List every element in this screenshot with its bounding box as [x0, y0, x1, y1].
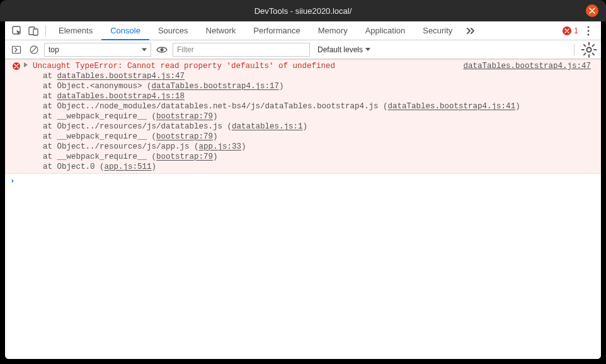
- message-header: Uncaught TypeError: Cannot read property…: [33, 61, 597, 71]
- error-count-number: 1: [574, 26, 578, 35]
- svg-point-4: [588, 30, 590, 31]
- tabs: Elements Console Sources Network Perform…: [50, 21, 481, 40]
- stack-prefix: at __webpack_require__ (: [43, 132, 156, 141]
- separator: [45, 25, 46, 37]
- svg-rect-6: [13, 46, 21, 53]
- tab-sources[interactable]: Sources: [149, 21, 197, 40]
- stack-frame: at __webpack_require__ (bootstrap:79): [33, 132, 597, 142]
- stack-source-link[interactable]: dataTables.bootstrap4.js:47: [57, 72, 185, 81]
- tabs-overflow[interactable]: [461, 21, 481, 40]
- stack-frame: at Object../resources/js/datatables.js (…: [33, 122, 597, 132]
- more-menu[interactable]: [582, 21, 595, 40]
- tab-console[interactable]: Console: [101, 21, 149, 40]
- close-icon: [589, 8, 595, 14]
- stack-frame: at dataTables.bootstrap4.js:47: [33, 71, 597, 81]
- error-source-link[interactable]: dataTables.bootstrap4.js:47: [463, 61, 597, 71]
- log-level-select[interactable]: Default levels: [312, 43, 375, 57]
- stack-source-link[interactable]: datatables.js:1: [232, 122, 303, 131]
- device-icon: [28, 26, 38, 36]
- stack-prefix: at __webpack_require__ (: [43, 112, 156, 121]
- error-icon: [13, 62, 20, 70]
- close-button[interactable]: [586, 4, 598, 17]
- tab-network[interactable]: Network: [197, 21, 245, 40]
- message-gutter: [9, 61, 24, 172]
- clear-console-button[interactable]: [26, 40, 42, 59]
- stack-prefix: at Object../resources/js/datatables.js (: [43, 122, 232, 131]
- log-level-value: Default levels: [317, 45, 363, 54]
- sidebar-icon: [11, 45, 21, 55]
- stack-suffix: ): [303, 122, 308, 131]
- stack-frame: at Object.0 (app.js:511): [33, 162, 597, 172]
- device-toolbar-button[interactable]: [25, 21, 42, 40]
- titlebar: DevTools - siiue2020.local/: [0, 0, 606, 21]
- stack-frame: at dataTables.bootstrap4.js:18: [33, 91, 597, 101]
- stack-source-link[interactable]: dataTables.bootstrap4.js:18: [57, 92, 185, 101]
- clear-icon: [29, 45, 39, 55]
- error-icon: [563, 26, 571, 35]
- tabbar-right: 1: [563, 21, 597, 40]
- stack-prefix: at Object../node_modules/datatables.net-…: [43, 102, 388, 111]
- window-title: DevTools - siiue2020.local/: [254, 6, 352, 16]
- stack-prefix: at __webpack_require__ (: [43, 152, 156, 161]
- stack-frame: at __webpack_require__ (bootstrap:79): [33, 152, 597, 162]
- chevron-double-right-icon: [466, 27, 476, 35]
- stack-frame: at Object../resources/js/app.js (app.js:…: [33, 142, 597, 152]
- console-error-message[interactable]: Uncaught TypeError: Cannot read property…: [5, 59, 601, 174]
- stack-suffix: ): [213, 132, 218, 141]
- svg-rect-2: [33, 29, 38, 35]
- execution-context-value: top: [49, 45, 59, 54]
- svg-point-8: [161, 48, 164, 51]
- stack-source-link[interactable]: app.js:33: [199, 142, 242, 151]
- stack-prefix: at Object.<anonymous> (: [43, 82, 152, 91]
- stack-suffix: ): [152, 162, 157, 171]
- error-count[interactable]: 1: [563, 26, 578, 35]
- eye-icon: [156, 46, 168, 54]
- svg-point-9: [586, 47, 591, 52]
- svg-point-3: [588, 26, 590, 28]
- stack-source-link[interactable]: dataTables.bootstrap4.js:17: [152, 82, 280, 91]
- tab-memory[interactable]: Memory: [309, 21, 357, 40]
- expand-arrow-icon[interactable]: [24, 62, 28, 67]
- stack-source-link[interactable]: bootstrap:79: [156, 112, 213, 121]
- stack-frame: at Object.<anonymous> (dataTables.bootst…: [33, 81, 597, 91]
- stack-frame: at __webpack_require__ (bootstrap:79): [33, 111, 597, 122]
- kebab-icon: [587, 26, 590, 36]
- stack-prefix: at Object.0 (: [43, 162, 105, 171]
- stack-prefix: at: [43, 92, 57, 101]
- inspect-icon: [12, 26, 22, 36]
- console-output: Uncaught TypeError: Cannot read property…: [5, 59, 601, 359]
- stack-source-link[interactable]: bootstrap:79: [156, 132, 213, 141]
- prompt-chevron-icon: ›: [10, 176, 19, 186]
- tabbar-left: [9, 21, 50, 40]
- tab-application[interactable]: Application: [357, 21, 414, 40]
- chevron-down-icon: [365, 48, 370, 51]
- window: DevTools - siiue2020.local/ Elements Con…: [0, 0, 606, 364]
- toggle-drawer-button[interactable]: [9, 40, 24, 59]
- stack-source-link[interactable]: bootstrap:79: [156, 152, 213, 161]
- stack-suffix: ): [279, 82, 284, 91]
- svg-point-5: [588, 33, 590, 35]
- separator: [574, 44, 575, 55]
- stack-trace: at dataTables.bootstrap4.js:47at Object.…: [33, 71, 597, 172]
- tab-security[interactable]: Security: [414, 21, 461, 40]
- filter-input[interactable]: [173, 43, 310, 57]
- tab-performance[interactable]: Performance: [244, 21, 309, 40]
- inspect-element-button[interactable]: [9, 21, 25, 40]
- error-title: Uncaught TypeError: Cannot read property…: [33, 61, 463, 71]
- stack-frame: at Object../node_modules/datatables.net-…: [33, 101, 597, 111]
- tab-elements[interactable]: Elements: [50, 21, 101, 40]
- stack-suffix: ): [241, 142, 246, 151]
- stack-source-link[interactable]: app.js:511: [105, 162, 152, 171]
- gear-icon: [581, 42, 597, 58]
- stack-source-link[interactable]: dataTables.bootstrap4.js:41: [388, 102, 516, 111]
- stack-prefix: at Object../resources/js/app.js (: [43, 142, 199, 151]
- console-prompt[interactable]: ›: [5, 174, 601, 189]
- live-expression-button[interactable]: [154, 46, 170, 54]
- stack-prefix: at: [43, 72, 57, 81]
- tab-bar: Elements Console Sources Network Perform…: [5, 21, 601, 40]
- console-settings-button[interactable]: [581, 42, 597, 58]
- stack-suffix: ): [213, 112, 218, 121]
- execution-context-select[interactable]: top: [44, 43, 151, 57]
- message-body: Uncaught TypeError: Cannot read property…: [24, 61, 597, 172]
- stack-suffix: ): [213, 152, 218, 161]
